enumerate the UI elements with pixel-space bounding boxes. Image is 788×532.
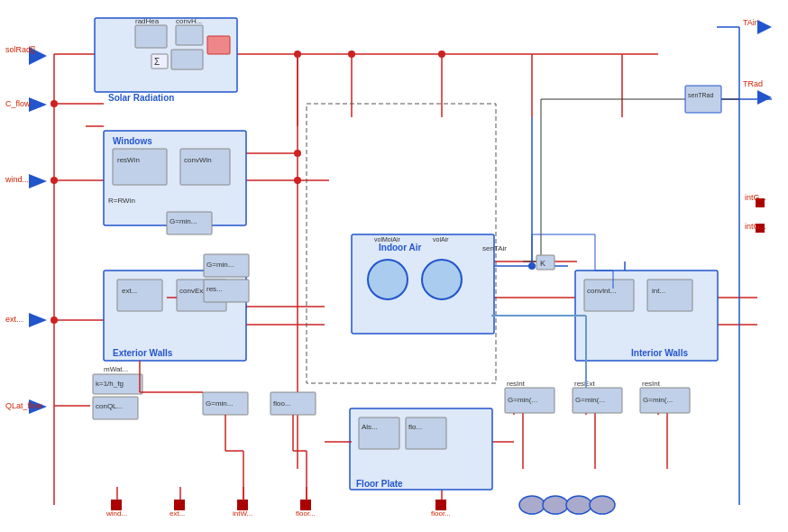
trad-out-label: TRad (743, 79, 763, 88)
svg-rect-68 (113, 149, 167, 185)
floor-inner2: flo... (408, 423, 422, 431)
int-inner-label: int... (652, 287, 665, 295)
blue-cyl3 (566, 496, 591, 514)
tair-out-label: TAir (743, 18, 757, 27)
volmoiair-label: volMoiAir (374, 236, 400, 243)
indoor-air-label: Indoor Air (379, 243, 422, 252)
floor-inner1: Als... (362, 423, 378, 431)
resint2-label: resInt (642, 380, 661, 388)
svg-rect-72 (117, 280, 162, 311)
qlat-port-label: QLat_flow (5, 401, 42, 410)
cflow-port-label: C_flow (5, 99, 31, 108)
bot-label-floor2: floor... (431, 509, 451, 518)
blue-cyl1 (519, 496, 545, 514)
bot-label-intw: intW... (233, 509, 252, 518)
interior-walls-label: Interior Walls (631, 348, 688, 358)
svg-rect-69 (180, 149, 230, 185)
svg-point-57 (50, 100, 58, 107)
svg-point-59 (50, 316, 58, 324)
solar-radiation-label: Solar Radiation (108, 93, 174, 103)
k-block-label: K (540, 259, 545, 268)
convql-label: conQL... (96, 402, 123, 410)
k1hfg-label: k=1/h_fg (96, 380, 124, 388)
mwat-label: mWat... (104, 365, 128, 373)
svg-rect-79 (584, 280, 634, 311)
svg-point-75 (368, 260, 408, 299)
svg-point-53 (438, 50, 445, 58)
radhea-label: radHea (135, 17, 160, 25)
intg2-out-label: intG... (745, 222, 766, 231)
sentrad-label: senTRad (688, 92, 714, 98)
bot-label-floor: floor... (296, 509, 316, 518)
sigma-label: Σ (154, 57, 160, 67)
rwin-param: R=RWin (108, 197, 135, 205)
gmin-mid2: floo... (273, 399, 291, 408)
bot-label-wind: wind... (105, 509, 127, 518)
svg-rect-63 (135, 25, 167, 48)
tair-out-arrow (757, 20, 772, 34)
convint-label: convInt... (587, 287, 616, 295)
intg1-out-label: intG... (745, 193, 766, 202)
floor-plate-label: Floor Plate (356, 479, 403, 489)
resint1-label: resInt (507, 380, 526, 388)
wind-in-arrow (29, 174, 47, 188)
svg-point-51 (294, 50, 301, 58)
svg-rect-80 (647, 280, 692, 311)
cflow-in-arrow (29, 97, 47, 112)
ext-inner-label: ext... (122, 287, 137, 295)
ext-port-label: ext... (5, 315, 23, 324)
resext-label: resExt (574, 380, 595, 388)
resext2: res... (206, 285, 223, 293)
gmin-win-label: G=min... (170, 217, 197, 225)
windows-label: Windows (113, 136, 152, 146)
ext-in-arrow (29, 313, 47, 327)
svg-rect-64 (176, 25, 203, 45)
reswin-label: resWin (117, 156, 140, 164)
wind-port-label: wind... (5, 175, 29, 184)
gmin3-label: G=min(... (643, 396, 673, 404)
svg-point-58 (50, 177, 58, 184)
gmin2-label: G=min(... (575, 396, 605, 404)
bot-label-ext: ext... (170, 509, 185, 518)
svg-rect-65 (171, 50, 203, 69)
exterior-walls-label: Exterior Walls (113, 348, 173, 358)
svg-point-76 (422, 260, 462, 299)
convwin-label: convWin (184, 156, 212, 164)
blue-cyl2 (543, 496, 568, 514)
g-min-win2: G=min... (206, 261, 234, 269)
gmin-mid1: G=min... (206, 399, 233, 408)
gmin1-label: G=min(... (508, 396, 537, 404)
blue-cyl4 (590, 496, 615, 514)
svg-rect-66 (207, 36, 230, 54)
trad-out-arrow (757, 90, 772, 105)
volair-label: volAir (433, 236, 449, 243)
diagram-svg: Solar Radiation radHea convH... Windows … (0, 0, 788, 532)
svg-rect-91 (685, 86, 721, 113)
diagram-container: Solar Radiation radHea convH... Windows … (0, 0, 788, 532)
convh-label: convH... (176, 17, 202, 25)
svg-point-52 (348, 50, 355, 58)
svg-point-54 (294, 150, 301, 157)
solrad-port-label: solRad[] (5, 45, 35, 54)
svg-point-55 (294, 177, 301, 184)
sentair-label: senTAir (482, 244, 507, 252)
